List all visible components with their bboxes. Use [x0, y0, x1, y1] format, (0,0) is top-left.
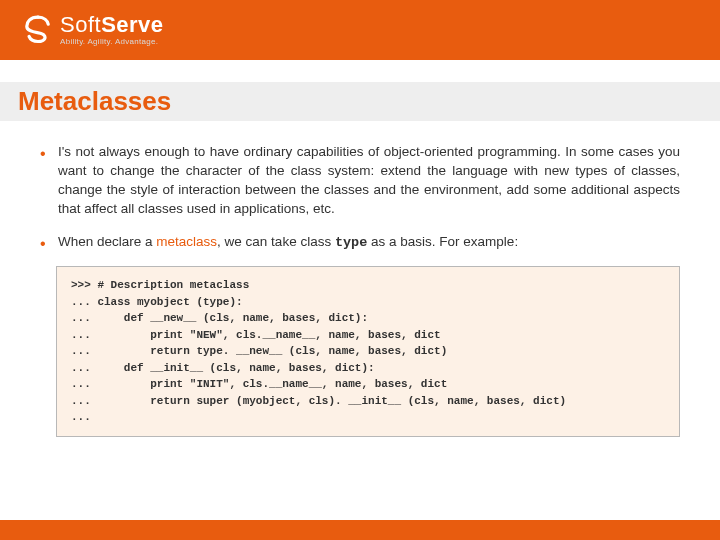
type-keyword: type: [335, 235, 367, 250]
brand-name-soft: Soft: [60, 12, 101, 37]
title-bar: Metaclasses: [0, 82, 720, 121]
code-block: >>> # Description metaclass ... class my…: [56, 266, 680, 437]
metaclass-keyword: metaclass: [156, 234, 217, 249]
bullet-1: I's not always enough to have ordinary c…: [40, 143, 680, 219]
brand-text: SoftServe Ability. Agility. Advantage.: [60, 14, 164, 46]
brand-name: SoftServe: [60, 14, 164, 36]
softserve-s-icon: [22, 14, 54, 46]
bullet-2-pre: When declare a: [58, 234, 156, 249]
brand-logo: SoftServe Ability. Agility. Advantage.: [22, 14, 164, 46]
brand-tagline: Ability. Agility. Advantage.: [60, 38, 164, 46]
bullet-list: I's not always enough to have ordinary c…: [40, 143, 680, 252]
slide-title: Metaclasses: [18, 86, 720, 117]
bullet-2-post: as a basis. For example:: [367, 234, 518, 249]
footer-bar: [0, 520, 720, 540]
bullet-2: When declare a metaclass, we can take cl…: [40, 233, 680, 253]
brand-name-serve: Serve: [101, 12, 163, 37]
content-area: I's not always enough to have ordinary c…: [0, 121, 720, 437]
header-bar: SoftServe Ability. Agility. Advantage.: [0, 0, 720, 60]
bullet-2-mid: , we can take class: [217, 234, 335, 249]
